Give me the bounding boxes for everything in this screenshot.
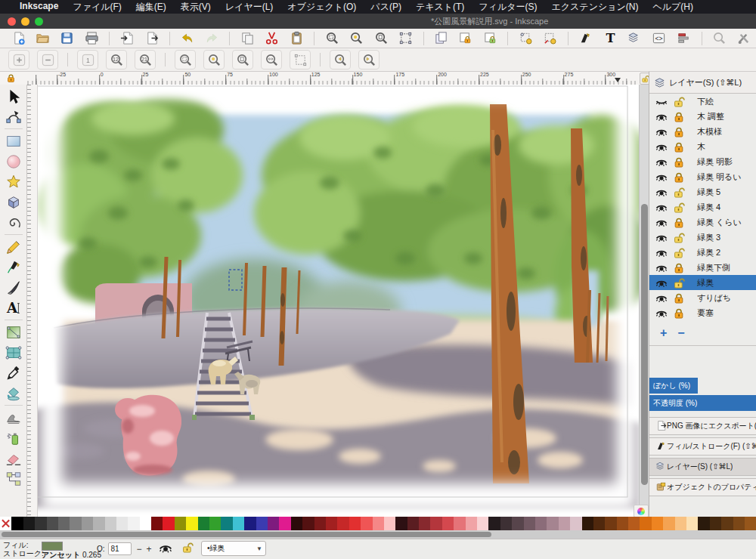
palette-swatch[interactable] bbox=[500, 517, 512, 530]
palette-swatch[interactable] bbox=[570, 517, 581, 530]
tool-node[interactable] bbox=[3, 107, 24, 127]
zoom-prev-button[interactable] bbox=[330, 50, 351, 69]
menu-file[interactable]: ファイル(F) bbox=[73, 1, 121, 14]
palette-swatch[interactable] bbox=[721, 517, 733, 530]
tool-eraser[interactable] bbox=[3, 448, 24, 468]
eye-open-icon[interactable] bbox=[655, 277, 668, 288]
tool-selector[interactable] bbox=[3, 86, 24, 107]
eye-open-icon[interactable] bbox=[655, 262, 668, 273]
palette-swatch[interactable] bbox=[302, 517, 314, 530]
eye-open-icon[interactable] bbox=[655, 187, 668, 197]
tool-text[interactable]: A bbox=[3, 298, 24, 318]
palette-swatch[interactable] bbox=[733, 517, 745, 530]
lock-closed-icon[interactable] bbox=[673, 262, 685, 273]
lock-closed-icon[interactable] bbox=[673, 141, 685, 152]
group-button[interactable] bbox=[518, 30, 533, 47]
lock-closed-icon[interactable] bbox=[673, 126, 685, 137]
layer-row[interactable]: 緑奥 明るい bbox=[649, 169, 756, 184]
paste-button[interactable] bbox=[289, 30, 304, 47]
palette-swatch[interactable] bbox=[628, 517, 640, 530]
palette-swatch[interactable] bbox=[128, 517, 139, 530]
menu-object[interactable]: オブジェクト(O) bbox=[287, 1, 356, 14]
palette-swatch[interactable] bbox=[407, 517, 419, 530]
zoom-1-1-button[interactable]: 1 bbox=[77, 50, 98, 69]
palette-swatch[interactable] bbox=[686, 517, 698, 530]
layer-row[interactable]: 木 bbox=[649, 139, 756, 154]
zoom-pg-button[interactable] bbox=[232, 50, 253, 69]
palette-swatch[interactable] bbox=[326, 517, 337, 530]
palette-swatch[interactable] bbox=[640, 517, 651, 530]
zoom-frame-button[interactable] bbox=[290, 50, 311, 69]
lock-open-icon[interactable] bbox=[673, 202, 685, 212]
palette-swatch[interactable] bbox=[58, 517, 70, 530]
tool-gradient[interactable] bbox=[3, 322, 24, 342]
zoom-sel-button[interactable] bbox=[175, 50, 196, 69]
lock-closed-icon[interactable] bbox=[673, 156, 685, 167]
eye-open-icon[interactable] bbox=[655, 217, 668, 227]
lock-closed-icon[interactable] bbox=[673, 217, 685, 227]
zoom-width-button[interactable] bbox=[261, 50, 282, 69]
ungroup-button[interactable] bbox=[543, 30, 558, 47]
lock-open-icon[interactable] bbox=[673, 96, 685, 107]
lock-closed-icon[interactable] bbox=[673, 171, 685, 182]
palette-swatch[interactable] bbox=[582, 517, 593, 530]
layer-row[interactable]: 下絵 bbox=[649, 94, 756, 109]
lock-open-icon[interactable] bbox=[673, 232, 685, 242]
eye-open-icon[interactable] bbox=[655, 247, 668, 258]
layer-row[interactable]: 要塞 bbox=[649, 305, 756, 320]
palette-swatch[interactable] bbox=[244, 517, 256, 530]
palette-swatch[interactable] bbox=[105, 517, 116, 530]
palette-swatch[interactable] bbox=[593, 517, 605, 530]
eye-open-icon[interactable] bbox=[655, 292, 668, 303]
palette-swatch[interactable] bbox=[209, 517, 221, 530]
menu-help[interactable]: ヘルプ(H) bbox=[652, 1, 693, 14]
tool-bucket[interactable] bbox=[3, 383, 24, 403]
palette-swatch[interactable] bbox=[663, 517, 674, 530]
eye-open-icon[interactable] bbox=[655, 156, 668, 167]
palette-swatch[interactable] bbox=[442, 517, 454, 530]
lock-open-icon[interactable] bbox=[673, 187, 685, 197]
zoom-window-button[interactable] bbox=[35, 17, 43, 26]
palette-swatch[interactable] bbox=[710, 517, 721, 530]
palette-swatch[interactable] bbox=[547, 517, 558, 530]
zoom-page-button[interactable] bbox=[373, 30, 389, 47]
opacity-slider[interactable]: 不透明度 (%) bbox=[649, 395, 756, 411]
eye-open-icon[interactable] bbox=[655, 307, 668, 318]
eye-closed-icon[interactable] bbox=[655, 96, 668, 107]
tool-tweak[interactable] bbox=[3, 407, 24, 428]
eye-open-icon[interactable] bbox=[655, 141, 668, 152]
palette-swatch[interactable] bbox=[535, 517, 547, 530]
canvas[interactable] bbox=[27, 85, 639, 517]
layer-row[interactable]: 緑奥下側 bbox=[649, 260, 756, 275]
undo-button[interactable] bbox=[180, 30, 195, 47]
palette-swatch[interactable] bbox=[337, 517, 349, 530]
palette-swatch[interactable] bbox=[70, 517, 81, 530]
palette-swatch[interactable] bbox=[384, 517, 395, 530]
palette-swatch[interactable] bbox=[140, 517, 151, 530]
palette-swatch[interactable] bbox=[279, 517, 290, 530]
palette-swatch[interactable] bbox=[617, 517, 628, 530]
open-button[interactable] bbox=[35, 30, 50, 47]
palette-swatch[interactable] bbox=[314, 517, 326, 530]
lock-closed-icon[interactable] bbox=[673, 292, 685, 303]
zoom-2-1-button[interactable]: 21 bbox=[135, 50, 156, 69]
remove-layer-button[interactable]: − bbox=[677, 328, 684, 338]
palette-swatch[interactable] bbox=[675, 517, 686, 530]
lock-open-icon[interactable] bbox=[673, 247, 685, 258]
panel-button-obj-props[interactable]: オブジェクトのプロパティ(O) bbox=[649, 478, 756, 496]
layer-row[interactable]: 緑奥 4 bbox=[649, 199, 756, 215]
horizontal-scrollbar[interactable] bbox=[0, 530, 756, 539]
eye-open-icon[interactable] bbox=[655, 111, 668, 122]
fill-stroke-button[interactable] bbox=[578, 30, 593, 47]
palette-swatch[interactable] bbox=[349, 517, 361, 530]
tool-dropper[interactable] bbox=[3, 363, 24, 383]
palette-swatch[interactable] bbox=[652, 517, 663, 530]
zoom-next-button[interactable] bbox=[358, 50, 380, 69]
zoom-out-button[interactable] bbox=[37, 50, 58, 69]
find-button[interactable] bbox=[711, 30, 727, 47]
export-button[interactable] bbox=[144, 30, 160, 47]
print-button[interactable] bbox=[84, 30, 99, 47]
menu-inkscape[interactable]: Inkscape bbox=[20, 1, 58, 14]
horizontal-scrollbar-thumb[interactable] bbox=[2, 532, 491, 537]
vertical-scrollbar-thumb[interactable] bbox=[641, 204, 648, 485]
